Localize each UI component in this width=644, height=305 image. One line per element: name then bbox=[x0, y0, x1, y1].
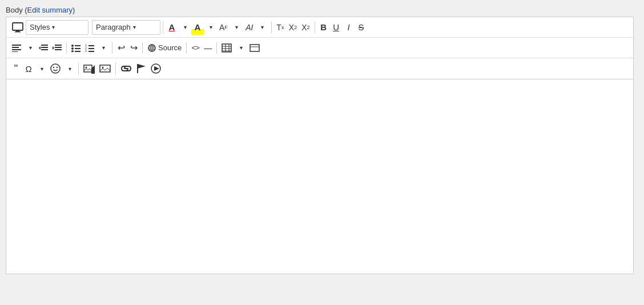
clear-format-button[interactable]: Tx bbox=[274, 20, 287, 35]
editor-wrapper: Styles Paragraph A ▾ A ▾ bbox=[6, 17, 634, 274]
svg-rect-39 bbox=[84, 65, 92, 72]
align-dropdown-button[interactable]: ▾ bbox=[24, 41, 37, 55]
table-icon bbox=[222, 43, 232, 53]
emoticon-icon bbox=[50, 63, 61, 74]
svg-point-37 bbox=[53, 67, 54, 68]
toolbar-row-2: ▾ bbox=[6, 38, 633, 58]
divider-6 bbox=[142, 42, 143, 54]
divider-8 bbox=[216, 42, 217, 54]
svg-point-19 bbox=[71, 50, 74, 52]
indent-button[interactable] bbox=[50, 41, 64, 55]
svg-rect-18 bbox=[75, 48, 80, 49]
svg-rect-6 bbox=[12, 51, 18, 52]
undo-button[interactable]: ↩ bbox=[115, 41, 127, 55]
align-button[interactable] bbox=[10, 41, 23, 55]
italic-label: I bbox=[347, 22, 349, 32]
code-button[interactable]: <> bbox=[189, 41, 202, 55]
table-dropdown-button[interactable]: ▾ bbox=[235, 41, 247, 55]
strikethrough-button[interactable]: S bbox=[355, 20, 368, 35]
font-size-button[interactable]: AF bbox=[217, 20, 230, 35]
table-button[interactable] bbox=[219, 41, 234, 55]
font-color-dropdown-button[interactable]: ▾ bbox=[179, 20, 191, 35]
source-button[interactable]: Source bbox=[145, 41, 184, 55]
svg-rect-20 bbox=[75, 51, 80, 52]
special-char-button[interactable]: Ω bbox=[22, 61, 35, 76]
italic-button[interactable]: I bbox=[343, 20, 355, 35]
link-button[interactable] bbox=[118, 61, 134, 76]
redo-button[interactable]: ↪ bbox=[127, 41, 140, 55]
font-size-dropdown-button[interactable]: ▾ bbox=[231, 20, 243, 35]
media-button[interactable] bbox=[148, 61, 164, 76]
svg-point-43 bbox=[102, 67, 104, 69]
font-color-button[interactable]: A bbox=[166, 20, 178, 35]
font-family-label: AI bbox=[245, 23, 253, 32]
ordered-list-dropdown-button[interactable]: ▾ bbox=[97, 41, 110, 55]
special-char-dropdown-button[interactable]: ▾ bbox=[35, 61, 48, 76]
svg-rect-8 bbox=[41, 47, 48, 48]
image-url-icon bbox=[99, 63, 111, 74]
outdent-icon bbox=[39, 44, 48, 52]
emoticon-dropdown-button[interactable]: ▾ bbox=[63, 61, 76, 76]
view-toggle-button[interactable] bbox=[10, 20, 26, 35]
flag-icon bbox=[136, 63, 146, 74]
svg-rect-16 bbox=[75, 45, 80, 46]
svg-rect-34 bbox=[250, 45, 259, 51]
svg-point-38 bbox=[57, 67, 58, 68]
align-left-icon bbox=[12, 44, 21, 52]
divider-2 bbox=[271, 22, 272, 33]
field-label: Body (Edit summary) bbox=[6, 6, 638, 14]
divider-3 bbox=[315, 22, 315, 33]
font-bg-dropdown-button[interactable]: ▾ bbox=[204, 20, 217, 35]
underline-button[interactable]: U bbox=[330, 20, 343, 35]
clear-format-label: T bbox=[276, 23, 281, 32]
svg-marker-46 bbox=[138, 64, 146, 69]
superscript-button[interactable]: X2 bbox=[299, 20, 312, 35]
bold-button[interactable]: B bbox=[317, 20, 330, 35]
divider-4 bbox=[66, 42, 67, 54]
blockquote-button[interactable]: " bbox=[10, 61, 22, 76]
font-bg-label: A bbox=[195, 22, 201, 32]
image-url-button[interactable] bbox=[97, 61, 113, 76]
styles-chevron-icon bbox=[52, 24, 55, 30]
font-family-button[interactable]: AI bbox=[243, 20, 256, 35]
flag-button[interactable] bbox=[134, 61, 148, 76]
edit-summary-link[interactable]: Edit summary bbox=[27, 6, 73, 14]
paragraph-dropdown[interactable]: Paragraph bbox=[92, 20, 160, 35]
label-text: Body bbox=[6, 6, 23, 14]
svg-rect-12 bbox=[55, 47, 62, 48]
ordered-list-group: 1. 2. 3. ▾ bbox=[83, 41, 110, 55]
styles-dropdown[interactable]: Styles bbox=[26, 20, 88, 35]
hr-button[interactable]: — bbox=[202, 41, 214, 55]
align-group: ▾ bbox=[10, 41, 37, 55]
svg-rect-2 bbox=[15, 31, 21, 33]
special-char-group: Ω ▾ bbox=[22, 61, 48, 76]
unordered-list-button[interactable] bbox=[69, 41, 83, 55]
underline-label: U bbox=[333, 22, 339, 32]
image-upload-icon bbox=[83, 63, 95, 74]
divider-7 bbox=[186, 42, 187, 54]
font-family-group: AI ▾ bbox=[243, 20, 269, 35]
svg-point-17 bbox=[71, 47, 74, 50]
iframe-button[interactable] bbox=[247, 41, 262, 55]
subscript-button[interactable]: X2 bbox=[287, 20, 299, 35]
font-family-dropdown-button[interactable]: ▾ bbox=[256, 20, 269, 35]
toolbar-row-1: Styles Paragraph A ▾ A ▾ bbox=[6, 17, 633, 38]
ordered-list-icon: 1. 2. 3. bbox=[85, 44, 94, 52]
monitor-icon bbox=[12, 22, 23, 33]
svg-point-41 bbox=[86, 67, 87, 69]
source-icon bbox=[147, 44, 156, 52]
ordered-list-button[interactable]: 1. 2. 3. bbox=[83, 41, 96, 55]
image-upload-button[interactable] bbox=[81, 61, 97, 76]
divider-10 bbox=[115, 63, 116, 74]
emoticon-button[interactable] bbox=[48, 61, 63, 76]
svg-rect-26 bbox=[88, 51, 94, 52]
outdent-button[interactable] bbox=[37, 41, 50, 55]
paragraph-label: Paragraph bbox=[96, 23, 131, 31]
bold-label: B bbox=[320, 22, 327, 32]
svg-rect-11 bbox=[55, 45, 62, 46]
svg-rect-4 bbox=[12, 47, 19, 48]
editor-area[interactable] bbox=[6, 79, 633, 274]
paragraph-chevron-icon bbox=[133, 24, 136, 30]
divider-5 bbox=[112, 42, 112, 54]
font-bg-button[interactable]: A bbox=[191, 20, 204, 35]
